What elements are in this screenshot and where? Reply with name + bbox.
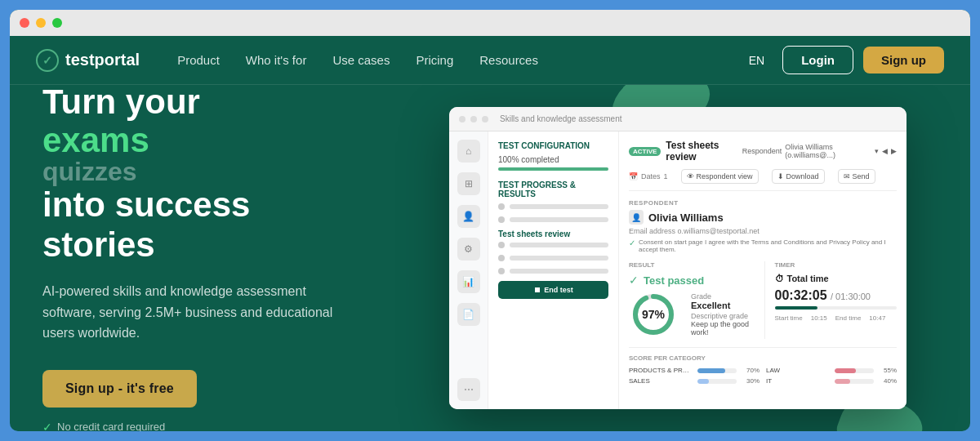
respondent-name: 👤 Olivia Williams bbox=[629, 210, 897, 225]
sidebar-icon-more[interactable]: ⋯ bbox=[457, 378, 480, 401]
timer-title: ⏱ Total time bbox=[775, 274, 898, 283]
panel-dot-5 bbox=[498, 268, 505, 274]
panel-dot-2 bbox=[498, 216, 505, 223]
panel-row-4 bbox=[498, 255, 608, 261]
test-config-progress-fill bbox=[498, 167, 608, 171]
login-button[interactable]: Login bbox=[782, 46, 853, 74]
send-btn[interactable]: ✉ Send bbox=[838, 169, 875, 184]
signup-button[interactable]: Sign up bbox=[863, 47, 944, 74]
timer-value: 00:32:05 / 01:30:00 bbox=[775, 288, 898, 303]
sidebar-icon-user[interactable]: 👤 bbox=[457, 205, 480, 228]
clock-icon: ⏱ bbox=[775, 274, 784, 283]
nav-who[interactable]: Who it's for bbox=[234, 47, 318, 74]
logo-text: testportal bbox=[65, 51, 140, 69]
results-row: RESULT ✓ Test passed bbox=[629, 261, 897, 339]
logo[interactable]: ✓ testportal bbox=[36, 49, 140, 72]
nav-use-cases[interactable]: Use cases bbox=[321, 47, 401, 74]
respondent-view-btn[interactable]: 👁 Respondent view bbox=[681, 169, 759, 184]
no-cc-text: No credit card required bbox=[57, 421, 165, 431]
nav-pricing[interactable]: Pricing bbox=[404, 47, 465, 74]
panel-dot-1 bbox=[498, 203, 505, 210]
donut-chart: 97% bbox=[629, 290, 678, 339]
test-progress-label: Test progress & results bbox=[498, 180, 608, 198]
score-section-label: SCORE PER CATEGORY bbox=[629, 354, 897, 362]
hero-title-word1: exams bbox=[42, 122, 369, 158]
nav-resources[interactable]: Resources bbox=[468, 47, 550, 74]
score-name-0: PRODUCTS & PROCEDURES bbox=[629, 367, 694, 374]
donut-value: 97% bbox=[642, 308, 665, 321]
result-label: RESULT bbox=[629, 261, 751, 269]
sidebar-icon-home[interactable]: ⌂ bbox=[457, 140, 480, 163]
sidebar-icon-chart[interactable]: 📊 bbox=[457, 270, 480, 293]
score-col-left: PRODUCTS & PROCEDURES 70% SALES bbox=[629, 367, 760, 388]
sidebar-icon-settings[interactable]: ⚙ bbox=[457, 238, 480, 261]
maximize-dot[interactable] bbox=[52, 18, 62, 28]
score-pct-1: 30% bbox=[740, 377, 760, 385]
respondent-label: Respondent bbox=[742, 147, 782, 155]
hero-title-word2: quizzes bbox=[42, 158, 369, 186]
score-bar-wrap-1 bbox=[697, 379, 737, 384]
person-icon: 👤 bbox=[629, 210, 644, 225]
sidebar-icon-doc[interactable]: 📄 bbox=[457, 303, 480, 326]
panel-row-1 bbox=[498, 203, 608, 210]
score-bar-wrap-0 bbox=[697, 368, 737, 373]
timer-meta: Start time 10:15 End time 10:47 bbox=[775, 314, 898, 322]
score-pct-3: 40% bbox=[877, 377, 897, 385]
respondent-email: Email address o.williams@testportal.net bbox=[629, 227, 897, 235]
nav-next-icon[interactable]: ▶ bbox=[891, 147, 897, 155]
score-bar-fill-3 bbox=[835, 379, 850, 384]
end-test-button[interactable]: ⏹ End test bbox=[498, 281, 608, 299]
respondent-name-display: Olivia Williams (o.williams@...) bbox=[785, 143, 871, 159]
end-time-label: End time bbox=[835, 314, 862, 322]
nav-product[interactable]: Product bbox=[166, 47, 231, 74]
hero-subtitle: AI-powered skills and knowledge assessme… bbox=[42, 281, 336, 344]
meta-row: 📅 Dates 1 👁 Respondent view ⬇ Download bbox=[629, 169, 897, 191]
test-sheets-review-label: Test sheets review bbox=[498, 229, 570, 238]
hero-title: Turn your exams quizzes into success sto… bbox=[42, 85, 369, 265]
download-icon: ⬇ bbox=[777, 172, 784, 180]
sidebar-icon-grid[interactable]: ⊞ bbox=[457, 172, 480, 195]
score-bar-wrap-2 bbox=[835, 368, 874, 373]
minimize-dot[interactable] bbox=[36, 18, 46, 28]
score-pct-0: 70% bbox=[740, 367, 760, 374]
nav-links: Product Who it's for Use cases Pricing R… bbox=[166, 47, 741, 74]
download-btn[interactable]: ⬇ Download bbox=[772, 169, 825, 184]
dates-count: 1 bbox=[664, 172, 668, 180]
result-block: RESULT ✓ Test passed bbox=[629, 261, 751, 339]
app-sidebar: ⌂ ⊞ 👤 ⚙ 📊 📄 ⋯ bbox=[449, 131, 488, 409]
score-item-3: IT 40% bbox=[766, 377, 897, 385]
hero-title-suffix: into success stories bbox=[42, 185, 250, 263]
nav-right: EN Login Sign up bbox=[741, 46, 944, 74]
test-passed: ✓ Test passed bbox=[629, 274, 751, 287]
test-config-progress-bar bbox=[498, 167, 608, 171]
hero-title-stacked: exams quizzes bbox=[42, 122, 369, 186]
hero-title-prefix: Turn your bbox=[42, 85, 200, 121]
app-topbar: Skills and knowledge assessment bbox=[449, 107, 906, 131]
score-item-1: SALES 30% bbox=[629, 377, 760, 385]
descriptive-grade-label: Descriptive grade bbox=[691, 312, 751, 320]
close-dot[interactable] bbox=[20, 18, 29, 28]
timer-block: TIMER ⏱ Total time 00:32:05 / 01:30:00 bbox=[764, 261, 898, 339]
score-bar-fill-2 bbox=[835, 368, 856, 373]
active-badge: ACTIVE bbox=[629, 147, 661, 156]
cta-button[interactable]: Sign up - it's free bbox=[42, 370, 197, 408]
app-dot-3 bbox=[482, 116, 488, 122]
app-left-panel: Test configuration 100% completed Test p… bbox=[488, 131, 619, 409]
end-test-icon: ⏹ bbox=[533, 286, 541, 294]
app-dot-1 bbox=[459, 116, 466, 122]
respondent-section-label: RESPONDENT bbox=[629, 199, 897, 207]
end-time-value: 10:47 bbox=[869, 314, 885, 322]
nav-prev-icon[interactable]: ◀ bbox=[882, 147, 888, 155]
score-rows: PRODUCTS & PROCEDURES 70% SALES bbox=[629, 367, 897, 388]
panel-dot-4 bbox=[498, 255, 505, 261]
language-selector[interactable]: EN bbox=[741, 49, 773, 72]
panel-row-3 bbox=[498, 242, 608, 248]
app-header-title: Skills and knowledge assessment bbox=[500, 114, 622, 123]
send-icon: ✉ bbox=[844, 172, 850, 180]
start-time-value: 10:15 bbox=[811, 314, 827, 322]
main-header: ACTIVE Test sheets review Respondent Oli… bbox=[629, 140, 897, 163]
test-config-progress: 100% completed bbox=[498, 155, 608, 164]
timer-progress-bar bbox=[775, 306, 898, 310]
test-sheets-review-link[interactable]: Test sheets review bbox=[498, 229, 608, 238]
eye-icon: 👁 bbox=[687, 172, 694, 180]
